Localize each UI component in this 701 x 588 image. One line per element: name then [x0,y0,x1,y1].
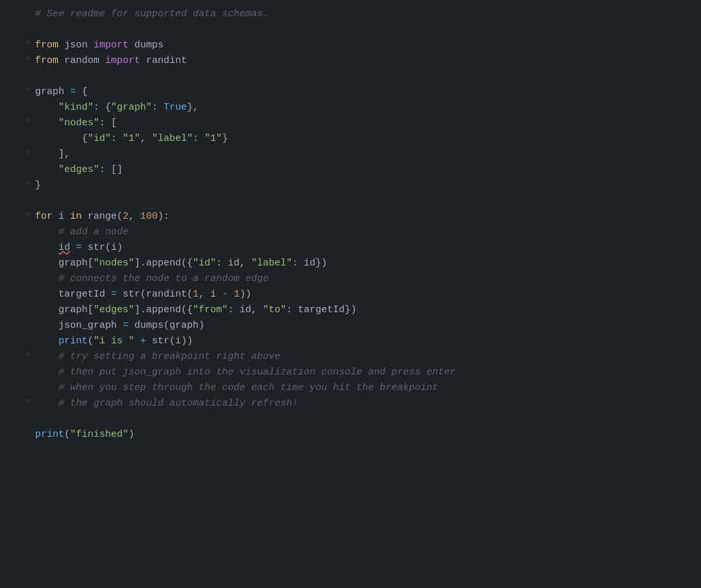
code-content: print("finished") [32,427,701,443]
code-line: targetId = str(randint(1, i - 1)) [0,287,701,302]
code-line: # when you step through the code each ti… [0,380,701,396]
code-line: # add a node [0,225,701,240]
code-line: print("i is " + str(i)) [0,334,701,349]
code-content: "kind": {"graph": True}, [32,100,701,116]
code-content: from random import randint [32,53,701,69]
code-line [0,69,701,84]
code-content: for i in range(2, 100): [32,209,701,225]
code-content: # then put json_graph into the visualiza… [32,365,701,380]
code-line: ◇ "nodes": [ [0,116,701,131]
code-content: } [32,178,701,193]
code-line [0,411,701,427]
code-content: from json import dumps [32,38,701,53]
code-line: {"id": "1", "label": "1"} [0,131,701,147]
fold-icon[interactable]: ◇ [23,178,32,188]
fold-icon[interactable]: ◇ [23,209,32,219]
code-content: # try setting a breakpoint right above [32,349,701,365]
code-line [0,193,701,209]
code-line: # See readme for supported data schemas. [0,6,701,22]
code-line: ◇ # try setting a breakpoint right above [0,349,701,365]
code-editor: # See readme for supported data schemas.… [0,0,701,588]
code-line: "kind": {"graph": True}, [0,100,701,116]
code-line: ◇ from random import randint [0,53,701,69]
code-content: json_graph = dumps(graph) [32,318,701,334]
code-line: ◇ from json import dumps [0,38,701,53]
fold-icon[interactable]: ◇ [23,116,32,126]
fold-icon[interactable]: ◇ [23,349,32,360]
code-content: "edges": [] [32,162,701,178]
code-content [32,22,701,38]
fold-icon[interactable]: ◇ [23,38,32,48]
code-content: {"id": "1", "label": "1"} [32,131,701,147]
code-content: # when you step through the code each ti… [32,380,701,396]
code-content: # the graph should automatically refresh… [32,396,701,411]
code-line: "edges": [] [0,162,701,178]
code-line: graph["nodes"].append({"id": id, "label"… [0,256,701,271]
fold-icon[interactable]: ◇ [23,147,32,157]
fold-icon[interactable]: ◇ [23,396,32,406]
code-line: ◇ } [0,178,701,193]
code-line: # connects the node to a random edge [0,271,701,287]
code-line: ◇ # the graph should automatically refre… [0,396,701,411]
code-content [32,193,701,209]
code-content [32,69,701,84]
fold-icon[interactable]: ◇ [23,53,32,64]
code-line: id = str(i) [0,240,701,256]
code-line: ◇ ], [0,147,701,162]
code-line: json_graph = dumps(graph) [0,318,701,334]
code-line: # then put json_graph into the visualiza… [0,365,701,380]
code-content: "nodes": [ [32,116,701,131]
code-content: # connects the node to a random edge [32,271,701,287]
code-content: graph = { [32,84,701,100]
code-line: ◇ graph = { [0,84,701,100]
code-content: ], [32,147,701,162]
code-content: # See readme for supported data schemas. [32,6,701,22]
code-line [0,22,701,38]
code-content: graph["nodes"].append({"id": id, "label"… [32,256,701,271]
code-line: ◇ for i in range(2, 100): [0,209,701,225]
code-content: id = str(i) [32,240,701,256]
fold-icon[interactable]: ◇ [23,84,32,95]
code-line: graph["edges"].append({"from": id, "to":… [0,302,701,318]
code-content [32,411,701,427]
code-content: print("i is " + str(i)) [32,334,701,349]
code-content: # add a node [32,225,701,240]
code-content: graph["edges"].append({"from": id, "to":… [32,302,701,318]
code-content: targetId = str(randint(1, i - 1)) [32,287,701,302]
code-line: print("finished") [0,427,701,443]
